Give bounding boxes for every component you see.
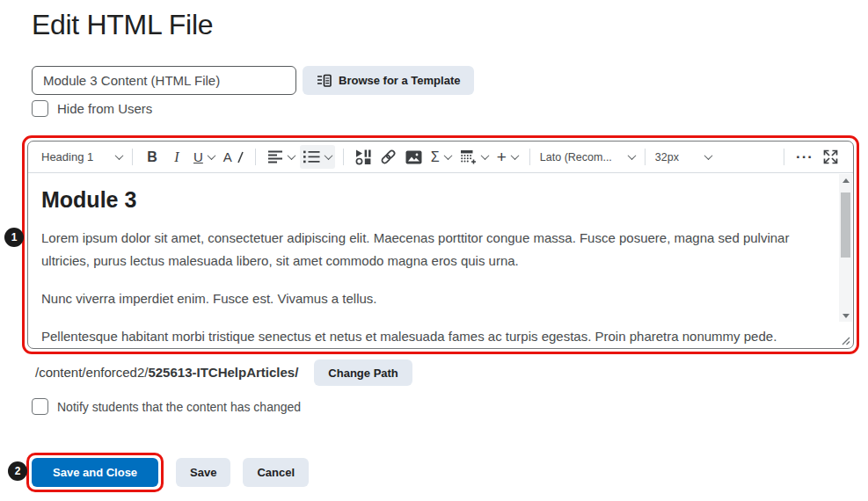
content-paragraph: Nunc viverra imperdiet enim. Fusce est. … [41, 287, 813, 310]
font-color-icon: A [223, 149, 232, 164]
path-folder: 525613-ITCHelpArticles/ [148, 365, 298, 380]
font-family-dropdown[interactable]: Lato (Recom... [538, 145, 637, 169]
font-color-button[interactable]: A [220, 145, 247, 169]
insert-link-button[interactable] [376, 145, 400, 169]
chevron-down-icon [704, 151, 712, 160]
chevron-down-icon [207, 151, 215, 160]
hide-from-users-checkbox[interactable] [32, 100, 48, 117]
scrollbar-thumb[interactable] [841, 192, 850, 258]
underline-button[interactable]: U [190, 145, 218, 169]
toolbar-divider [255, 149, 256, 165]
bold-icon: B [147, 149, 157, 165]
editor-toolbar: Heading 1 B I U A [28, 142, 853, 173]
insert-other-button[interactable]: + [493, 145, 522, 169]
resize-grip-icon [840, 335, 850, 345]
editor-content-area[interactable]: Module 3 Lorem ipsum dolor sit amet, con… [28, 173, 853, 349]
annotation-step-2: 2 [8, 461, 27, 481]
file-title-input[interactable] [32, 66, 296, 95]
chevron-down-icon [627, 151, 636, 160]
content-paragraph: Lorem ipsum dolor sit amet, consectetuer… [41, 227, 813, 272]
html-editor: Heading 1 B I U A [27, 141, 854, 349]
table-icon [460, 149, 477, 165]
notify-students-row: Notify students that the content has cha… [32, 398, 301, 415]
paragraph-format-value: Heading 1 [41, 150, 93, 163]
toolbar-divider [645, 149, 646, 165]
save-button[interactable]: Save [176, 458, 230, 487]
page-title: Edit HTML File [32, 9, 213, 41]
pencil-slash-icon [237, 151, 244, 163]
file-path-row: /content/enforced2/525613-ITCHelpArticle… [35, 359, 412, 386]
chevron-down-icon [324, 151, 332, 160]
align-button[interactable] [264, 145, 298, 169]
insert-image-button[interactable] [402, 145, 426, 169]
link-icon [380, 149, 397, 165]
align-left-icon [267, 150, 283, 163]
bold-button[interactable]: B [141, 145, 164, 169]
browse-template-label: Browse for a Template [339, 74, 460, 87]
fullscreen-expand-icon [823, 149, 838, 164]
browse-template-button[interactable]: Browse for a Template [303, 66, 474, 95]
font-size-value: 32px [655, 151, 679, 163]
chevron-down-icon [480, 151, 489, 160]
save-and-close-button[interactable]: Save and Close [32, 458, 158, 487]
hide-from-users-label: Hide from Users [57, 101, 152, 116]
toolbar-divider [343, 149, 344, 165]
hide-from-users-row: Hide from Users [32, 100, 152, 117]
italic-icon: I [174, 149, 179, 165]
italic-button[interactable]: I [165, 145, 188, 169]
edit-html-file-page: Edit HTML File Browse for a Template Hid… [0, 0, 868, 501]
scroll-down-arrow[interactable] [839, 309, 852, 322]
chevron-down-icon [443, 151, 452, 160]
action-buttons-row: Save and Close Save Cancel [26, 453, 309, 492]
template-icon [317, 74, 332, 88]
font-size-dropdown[interactable]: 32px [653, 145, 713, 169]
toolbar-divider [529, 149, 530, 165]
image-icon [405, 150, 422, 164]
editor-annotation-outline: Heading 1 B I U A [22, 135, 859, 354]
path-prefix: /content/enforced2/ [35, 365, 148, 380]
toolbar-divider [784, 149, 784, 165]
insert-stuff-button[interactable] [352, 145, 375, 169]
underline-icon: U [193, 149, 203, 164]
ellipsis-icon: ··· [796, 149, 813, 166]
annotation-step-1: 1 [4, 228, 24, 247]
cancel-button[interactable]: Cancel [243, 458, 309, 487]
toolbar-divider [132, 149, 133, 165]
notify-students-checkbox[interactable] [32, 398, 48, 415]
file-title-row: Browse for a Template [32, 66, 474, 95]
scroll-up-arrow[interactable] [839, 174, 852, 186]
change-path-button[interactable]: Change Path [314, 359, 412, 386]
equation-sigma-icon: Σ [431, 149, 440, 165]
insert-equation-button[interactable]: Σ [427, 145, 455, 169]
bullet-list-icon [303, 150, 320, 163]
editor-scrollbar[interactable] [839, 174, 852, 322]
fullscreen-button[interactable] [819, 145, 842, 169]
chevron-down-icon [510, 151, 519, 160]
file-path: /content/enforced2/525613-ITCHelpArticle… [35, 359, 298, 386]
chevron-down-icon [287, 151, 295, 160]
content-heading: Module 3 [41, 187, 813, 213]
more-actions-button[interactable]: ··· [792, 145, 817, 169]
notify-students-label: Notify students that the content has cha… [57, 400, 301, 414]
content-paragraph: Pellentesque habitant morbi tristique se… [41, 325, 813, 349]
plus-icon: + [497, 149, 507, 165]
font-family-value: Lato (Recom... [540, 151, 612, 163]
insert-table-button[interactable] [456, 145, 492, 169]
list-button[interactable] [300, 145, 335, 169]
save-and-close-annotation-outline: Save and Close [26, 453, 164, 492]
paragraph-format-dropdown[interactable]: Heading 1 [40, 145, 124, 169]
insert-stuff-icon [355, 149, 371, 165]
editor-resize-handle[interactable] [840, 335, 850, 345]
chevron-down-icon [115, 151, 124, 160]
